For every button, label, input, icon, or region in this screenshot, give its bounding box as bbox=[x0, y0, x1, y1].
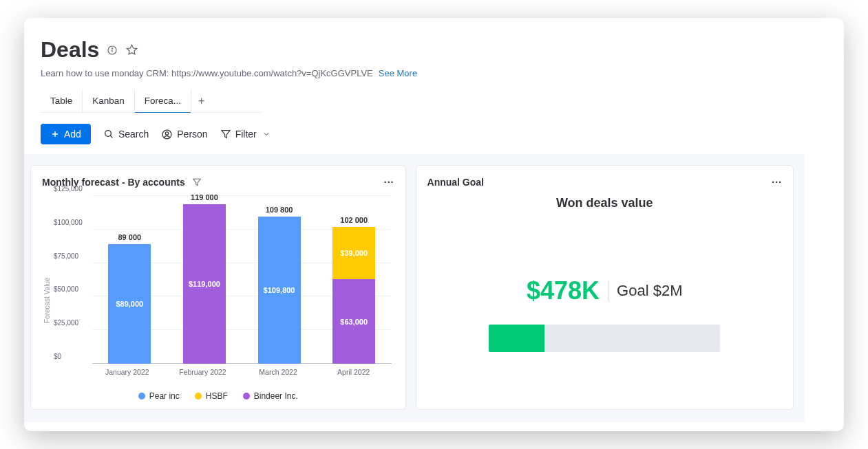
chart-legend: Pear incHSBFBindeer Inc. bbox=[42, 391, 394, 401]
see-more-link[interactable]: See More bbox=[379, 68, 417, 78]
person-button[interactable]: Person bbox=[161, 129, 207, 140]
bar-total-label: 119 000 bbox=[191, 193, 218, 201]
header: Deals Learn how to use monday CRM: https… bbox=[24, 18, 844, 154]
page-title: Deals bbox=[41, 37, 99, 63]
person-label: Person bbox=[177, 129, 207, 140]
search-button[interactable]: Search bbox=[103, 129, 149, 140]
tab-kanban[interactable]: Kanban bbox=[82, 89, 134, 113]
y-axis-label: Forecast Value bbox=[42, 196, 51, 380]
goal-progress-fill bbox=[489, 325, 544, 352]
star-icon[interactable] bbox=[125, 44, 138, 56]
svg-point-6 bbox=[105, 131, 112, 137]
add-button-label: Add bbox=[64, 129, 81, 140]
goal-target: Goal $2M bbox=[617, 282, 682, 300]
add-button[interactable]: Add bbox=[41, 124, 91, 144]
svg-point-2 bbox=[112, 47, 113, 48]
y-tick: $25,000 bbox=[54, 319, 78, 327]
toolbar: Add Search Person Filter bbox=[41, 114, 827, 154]
x-label: March 2022 bbox=[240, 368, 316, 376]
bar-stack[interactable]: $63,000$39,000 bbox=[332, 227, 375, 364]
legend-label: Pear inc bbox=[149, 391, 180, 401]
bar-february-2022: 119 000$119,000 bbox=[167, 196, 242, 364]
bars: 89 000$89,000119 000$119,000109 800$109,… bbox=[92, 196, 392, 364]
panel-menu-icon[interactable]: ··· bbox=[384, 177, 394, 188]
forecast-panel: Monthly forecast - By accounts ··· Forec… bbox=[30, 165, 406, 410]
filter-label: Filter bbox=[235, 129, 257, 140]
svg-point-8 bbox=[162, 130, 171, 139]
legend-dot-icon bbox=[243, 393, 250, 399]
y-tick: $75,000 bbox=[54, 252, 78, 259]
goal-divider bbox=[608, 281, 608, 301]
bar-segment-bindeerinc[interactable]: $119,000 bbox=[183, 204, 226, 364]
tab-table[interactable]: Table bbox=[41, 89, 82, 113]
app-window: Deals Learn how to use monday CRM: https… bbox=[24, 18, 844, 431]
y-tick: $100,000 bbox=[54, 218, 83, 226]
panel-menu-icon[interactable]: ··· bbox=[772, 177, 782, 188]
legend-label: Bindeer Inc. bbox=[254, 391, 298, 401]
legend-dot-icon bbox=[138, 393, 145, 399]
x-labels: January 2022February 2022March 2022April… bbox=[89, 368, 392, 376]
bar-total-label: 102 000 bbox=[340, 216, 368, 224]
legend-item-pearinc[interactable]: Pear inc bbox=[138, 391, 180, 401]
view-tabs: TableKanbanForeca...+ bbox=[41, 89, 261, 113]
bar-stack[interactable]: $89,000 bbox=[108, 244, 151, 364]
bar-segment-pearinc[interactable]: $89,000 bbox=[108, 244, 151, 364]
goal-panel-title: Annual Goal bbox=[427, 177, 484, 188]
x-label: February 2022 bbox=[165, 368, 241, 376]
bar-segment-hsbf[interactable]: $39,000 bbox=[332, 227, 375, 279]
bar-segment-bindeerinc[interactable]: $63,000 bbox=[332, 279, 375, 364]
search-label: Search bbox=[118, 129, 149, 140]
tab-foreca[interactable]: Foreca... bbox=[134, 89, 191, 113]
filter-button[interactable]: Filter bbox=[220, 129, 271, 140]
legend-label: HSBF bbox=[206, 391, 228, 401]
add-tab-button[interactable]: + bbox=[191, 89, 211, 113]
y-tick: $50,000 bbox=[54, 285, 78, 293]
svg-marker-3 bbox=[127, 45, 136, 54]
filter-icon[interactable] bbox=[192, 177, 202, 187]
x-label: April 2022 bbox=[316, 368, 392, 376]
legend-item-bindeerinc[interactable]: Bindeer Inc. bbox=[243, 391, 298, 401]
goal-value: $478K bbox=[527, 276, 600, 305]
y-ticks: $0$25,000$50,000$75,000$100,000$125,000 bbox=[54, 196, 89, 364]
bar-total-label: 89 000 bbox=[118, 233, 141, 241]
forecast-chart: Forecast Value $0$25,000$50,000$75,000$1… bbox=[42, 196, 394, 380]
svg-line-7 bbox=[110, 135, 112, 138]
chart-plot-area: $0$25,000$50,000$75,000$100,000$125,000 … bbox=[54, 196, 394, 364]
bar-stack[interactable]: $109,800 bbox=[258, 217, 301, 364]
legend-item-hsbf[interactable]: HSBF bbox=[195, 391, 228, 401]
bar-total-label: 109 800 bbox=[266, 206, 293, 214]
svg-marker-11 bbox=[193, 179, 200, 185]
subtitle-text: Learn how to use monday CRM: https://www… bbox=[41, 68, 373, 78]
goal-heading: Won deals value bbox=[427, 196, 782, 210]
goal-panel: Annual Goal ··· Won deals value $478K Go… bbox=[416, 165, 794, 410]
workspace: Monthly forecast - By accounts ··· Forec… bbox=[24, 154, 805, 422]
legend-dot-icon bbox=[195, 393, 202, 399]
bar-march-2022: 109 800$109,800 bbox=[242, 196, 317, 364]
y-tick: $125,000 bbox=[54, 185, 83, 193]
bar-stack[interactable]: $119,000 bbox=[183, 204, 226, 364]
svg-marker-10 bbox=[222, 131, 230, 138]
bar-segment-pearinc[interactable]: $109,800 bbox=[258, 217, 301, 364]
x-label: January 2022 bbox=[89, 368, 165, 376]
svg-point-9 bbox=[166, 131, 169, 134]
y-tick: $0 bbox=[54, 353, 61, 360]
goal-progress-bar bbox=[489, 325, 720, 352]
info-icon[interactable] bbox=[106, 44, 118, 56]
bar-january-2022: 89 000$89,000 bbox=[92, 196, 167, 364]
bar-april-2022: 102 000$63,000$39,000 bbox=[317, 196, 392, 364]
